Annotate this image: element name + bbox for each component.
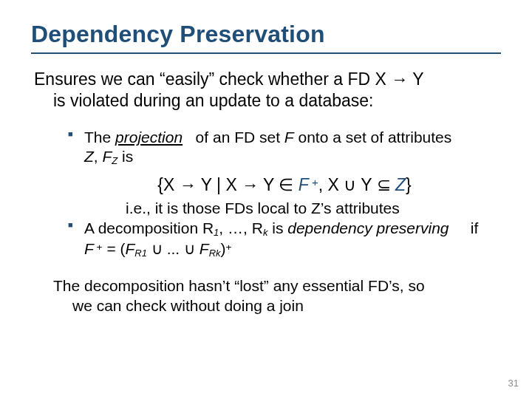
sup-plus: + — [94, 242, 103, 253]
var-F: F — [284, 129, 294, 146]
closing-line-2: we can check without doing a join — [53, 296, 501, 316]
page-number: 31 — [508, 378, 519, 389]
closing-line-1: The decomposition hasn’t “lost” any esse… — [53, 277, 425, 294]
text: The — [84, 129, 115, 146]
formula-projection: {X → Y | X → Y ∈ F +, X ∪ Y ⊆ Z} — [68, 175, 501, 195]
lead-line-2: is violated during an update to a databa… — [34, 90, 501, 112]
closing-text: The decomposition hasn’t “lost” any esse… — [31, 276, 501, 316]
bullet-dep-preserving: A decomposition R1, …, Rk is dependency … — [68, 219, 501, 260]
sub-Rk: Rk — [209, 248, 221, 259]
sup-plus: + — [309, 176, 318, 188]
bullet-projection: The projection of an FD set F onto a set… — [68, 128, 501, 168]
text: {X → Y | X → Y ∈ — [157, 175, 298, 194]
text: ) — [221, 240, 226, 257]
text: A decomposition R — [84, 219, 214, 236]
text — [449, 219, 466, 236]
var-FRk: F — [200, 240, 209, 257]
subnote: i.e., it is those FDs local to Z’s attri… — [68, 200, 501, 217]
var-FR1: F — [126, 240, 135, 257]
text: ∪ ... ∪ — [147, 240, 200, 257]
text: = ( — [103, 240, 126, 257]
text: is — [117, 148, 133, 165]
text: , — [94, 148, 103, 165]
var-F: F — [84, 240, 94, 257]
slide-title: Dependency Preservation — [31, 21, 501, 48]
text: is — [267, 219, 287, 236]
text — [183, 129, 191, 146]
var-Z: Z — [395, 175, 406, 194]
text: onto a set of attributes — [294, 129, 452, 146]
var-F: F — [299, 175, 309, 194]
bullet-list: The projection of an FD set F onto a set… — [31, 128, 501, 261]
title-rule — [31, 52, 501, 54]
text: , X ∪ Y ⊆ — [318, 175, 395, 194]
term-projection: projection — [115, 129, 183, 146]
lead-text: Ensures we can “easily” check whether a … — [31, 69, 501, 112]
slide: Dependency Preservation Ensures we can “… — [0, 0, 532, 399]
var-Z: Z — [84, 148, 94, 165]
var-FZ: F — [103, 148, 112, 165]
sup-plus: + — [226, 242, 232, 253]
text: of an FD set — [191, 129, 284, 146]
text: , …, R — [219, 219, 263, 236]
text-if: if — [466, 219, 478, 236]
term-dep-preserving: dependency preserving — [287, 219, 449, 236]
text: } — [406, 175, 412, 194]
sub-R1: R1 — [134, 248, 147, 259]
lead-line-1: Ensures we can “easily” check whether a … — [34, 69, 424, 89]
